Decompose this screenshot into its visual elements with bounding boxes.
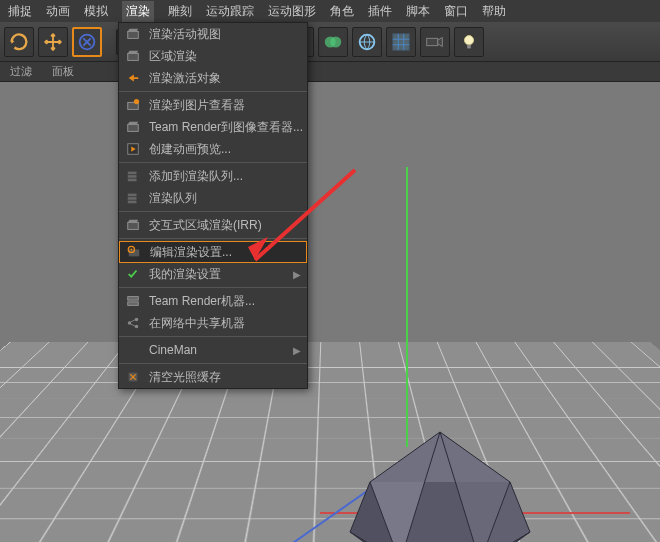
menu-item[interactable]: 编辑渲染设置... (119, 241, 307, 263)
menu-item[interactable]: 交互式区域渲染(IRR) (119, 214, 307, 236)
clapper-icon (125, 217, 141, 233)
menu-separator (119, 91, 307, 92)
svg-point-25 (134, 99, 139, 104)
svg-rect-26 (128, 124, 139, 131)
menu-item[interactable]: 清空光照缓存 (119, 366, 307, 388)
y-axis-gizmo (406, 167, 408, 447)
menu-item-label: 交互式区域渲染(IRR) (149, 217, 262, 234)
menu-item-label: Team Render机器... (149, 293, 255, 310)
clapper-orange-icon (125, 97, 141, 113)
clapper-icon (125, 119, 141, 135)
menu-item[interactable]: 渲染活动视图 (119, 23, 307, 45)
menu-item-运动跟踪[interactable]: 运动跟踪 (206, 3, 254, 20)
menu-item-运动图形[interactable]: 运动图形 (268, 3, 316, 20)
menu-item-渲染[interactable]: 渲染 (122, 1, 154, 22)
svg-rect-30 (128, 179, 137, 182)
deformer-button[interactable] (318, 27, 348, 57)
menu-item-角色[interactable]: 角色 (330, 3, 354, 20)
menu-item-label: 添加到渲染队列... (149, 168, 243, 185)
menu-item-label: 渲染激活对象 (149, 70, 221, 87)
menu-item[interactable]: 区域渲染 (119, 45, 307, 67)
svg-rect-29 (128, 175, 137, 178)
svg-rect-11 (427, 38, 438, 45)
menu-item-label: 清空光照缓存 (149, 369, 221, 386)
menu-item-label: 我的渲染设置 (149, 266, 221, 283)
main-toolbar (0, 22, 660, 62)
menu-item-帮助[interactable]: 帮助 (482, 3, 506, 20)
floor-button[interactable] (386, 27, 416, 57)
menu-item-窗口[interactable]: 窗口 (444, 3, 468, 20)
svg-point-12 (464, 35, 473, 44)
svg-rect-23 (128, 53, 139, 60)
menu-separator (119, 363, 307, 364)
queue-icon (125, 168, 141, 184)
svg-rect-32 (128, 197, 137, 200)
menu-item-模拟[interactable]: 模拟 (84, 3, 108, 20)
scale-button[interactable] (72, 27, 102, 57)
queue-icon (125, 190, 141, 206)
gear-orange-icon (126, 244, 142, 260)
submenu-arrow-icon: ▶ (293, 269, 301, 280)
svg-marker-21 (370, 432, 510, 482)
sub-toolbar: 过滤面板 (0, 62, 660, 82)
menu-separator (119, 211, 307, 212)
clear-icon (125, 369, 141, 385)
menu-item[interactable]: 在网络中共享机器 (119, 312, 307, 334)
svg-rect-10 (393, 33, 410, 50)
menu-item-label: 创建动画预览... (149, 141, 231, 158)
undo-button[interactable] (4, 27, 34, 57)
menu-item-label: 渲染到图片查看器 (149, 97, 245, 114)
submenu-arrow-icon: ▶ (293, 345, 301, 356)
menu-separator (119, 162, 307, 163)
menu-item-label: Team Render到图像查看器... (149, 119, 303, 136)
menu-item-label: 渲染队列 (149, 190, 197, 207)
menu-item[interactable]: 我的渲染设置▶ (119, 263, 307, 285)
menu-item[interactable]: 添加到渲染队列... (119, 165, 307, 187)
svg-point-37 (131, 249, 133, 251)
svg-rect-28 (128, 172, 137, 175)
menu-item-雕刻[interactable]: 雕刻 (168, 3, 192, 20)
svg-point-8 (330, 36, 341, 47)
svg-rect-34 (128, 222, 139, 229)
menu-item-插件[interactable]: 插件 (368, 3, 392, 20)
icosahedron-object[interactable] (340, 422, 540, 542)
svg-rect-22 (128, 31, 139, 38)
share-icon (125, 315, 141, 331)
menu-item[interactable]: 渲染到图片查看器 (119, 94, 307, 116)
menu-item[interactable]: Team Render到图像查看器... (119, 116, 307, 138)
server-icon (125, 293, 141, 309)
menu-item-label: 在网络中共享机器 (149, 315, 245, 332)
check-icon (125, 266, 141, 282)
menu-separator (119, 336, 307, 337)
svg-rect-38 (128, 297, 139, 301)
menu-separator (119, 287, 307, 288)
menu-item[interactable]: CineMan▶ (119, 339, 307, 361)
viewport[interactable] (0, 82, 660, 542)
menu-item[interactable]: 渲染激活对象 (119, 67, 307, 89)
menu-item-label: 区域渲染 (149, 48, 197, 65)
menu-item-label: CineMan (149, 343, 197, 357)
svg-rect-31 (128, 194, 137, 197)
render-menu-dropdown: 渲染活动视图区域渲染渲染激活对象渲染到图片查看器Team Render到图像查看… (118, 22, 308, 389)
menu-item-label: 编辑渲染设置... (150, 244, 232, 261)
svg-rect-33 (128, 201, 137, 204)
environment-button[interactable] (352, 27, 382, 57)
subbar-过滤[interactable]: 过滤 (10, 64, 32, 79)
menu-item[interactable]: 渲染队列 (119, 187, 307, 209)
menu-item-动画[interactable]: 动画 (46, 3, 70, 20)
subbar-面板[interactable]: 面板 (52, 64, 74, 79)
light-button[interactable] (454, 27, 484, 57)
svg-rect-39 (128, 302, 139, 306)
menu-bar: 捕捉动画模拟渲染雕刻运动跟踪运动图形角色插件脚本窗口帮助 (0, 0, 660, 22)
menu-separator (119, 238, 307, 239)
menu-item-捕捉[interactable]: 捕捉 (8, 3, 32, 20)
blank-icon (125, 342, 141, 358)
menu-item-脚本[interactable]: 脚本 (406, 3, 430, 20)
menu-item[interactable]: 创建动画预览... (119, 138, 307, 160)
clapper-icon (125, 48, 141, 64)
arrow-icon (125, 70, 141, 86)
camera-button[interactable] (420, 27, 450, 57)
move-button[interactable] (38, 27, 68, 57)
play-icon (125, 141, 141, 157)
menu-item[interactable]: Team Render机器... (119, 290, 307, 312)
